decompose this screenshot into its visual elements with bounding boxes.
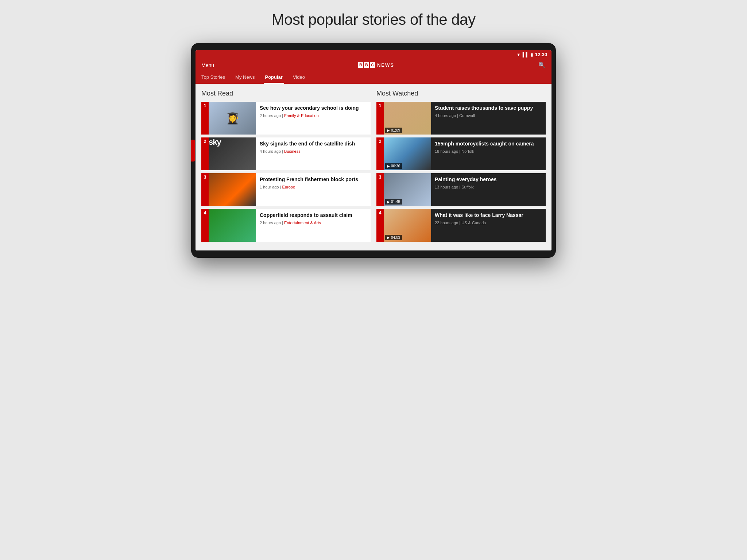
watch-item-number: 2	[376, 137, 384, 170]
watch-item-title: Painting everyday heroes	[435, 176, 542, 183]
watch-item-time: 4 hours ago	[435, 113, 456, 118]
bbc-box-b2: B	[364, 62, 369, 68]
watch-item-time: 13 hours ago	[435, 185, 458, 189]
search-icon[interactable]: 🔍	[538, 62, 546, 69]
read-item-thumbnail	[209, 209, 256, 242]
video-duration: 01:45	[391, 200, 400, 204]
watch-item-body: Painting everyday heroes 13 hours ago | …	[431, 173, 546, 206]
watch-item[interactable]: 3 ▶ 01:45 Painting everyday heroes 13 ho…	[376, 173, 546, 206]
read-item-title: Protesting French fishermen block ports	[260, 176, 367, 183]
bbc-box-b1: B	[358, 62, 363, 68]
red-accent-bar	[191, 140, 195, 162]
menu-button[interactable]: Menu	[201, 62, 214, 68]
status-bar: ▼ ▌▌ ▮ 12:30	[196, 50, 551, 59]
play-overlay: ▶ 00:36	[385, 163, 402, 169]
read-item-body: See how your secondary school is doing 2…	[256, 102, 371, 135]
watch-item-thumbnail: ▶ 01:09	[384, 102, 431, 135]
app-header: Menu B B C NEWS 🔍	[196, 59, 551, 71]
read-item-number: 1	[201, 102, 209, 135]
read-item-body: Protesting French fishermen block ports …	[256, 173, 371, 206]
read-item[interactable]: 1 See how your secondary school is doing…	[201, 102, 371, 135]
video-duration: 00:36	[391, 164, 400, 168]
watch-item-location: Cornwall	[459, 113, 475, 118]
video-duration: 04:03	[391, 236, 400, 240]
read-item-body: Copperfield responds to assault claim 2 …	[256, 209, 371, 242]
watch-item-time: 22 hours ago	[435, 221, 458, 225]
watch-item-body: What it was like to face Larry Nassar 22…	[431, 209, 546, 242]
battery-icon: ▮	[531, 52, 533, 57]
watch-item-title: Student raises thousands to save puppy	[435, 105, 542, 111]
watch-item-number: 4	[376, 209, 384, 242]
play-overlay: ▶ 01:09	[385, 128, 402, 133]
read-item-number: 4	[201, 209, 209, 242]
bbc-logo: B B C NEWS	[358, 62, 394, 68]
play-icon: ▶	[387, 164, 390, 168]
nav-tabs: Top Stories My News Popular Video	[196, 71, 551, 84]
play-overlay: ▶ 04:03	[385, 235, 402, 240]
read-item-time: 2 hours ago	[260, 221, 281, 225]
read-item-thumbnail	[209, 102, 256, 135]
tab-my-news[interactable]: My News	[234, 71, 256, 84]
most-watched-title: Most Watched	[376, 90, 546, 97]
read-item-category: Europe	[282, 185, 295, 189]
read-item-category: Family & Education	[284, 113, 319, 118]
read-item[interactable]: 3 Protesting French fishermen block port…	[201, 173, 371, 206]
read-item-thumbnail: sky	[209, 137, 256, 170]
watch-item[interactable]: 2 ▶ 00:36 155mph motorcyclists caught on…	[376, 137, 546, 170]
watch-item-meta: 4 hours ago | Cornwall	[435, 113, 542, 118]
watch-item-meta: 13 hours ago | Suffolk	[435, 185, 542, 189]
read-item-meta: 2 hours ago | Family & Education	[260, 113, 367, 118]
read-item-time: 1 hour ago	[260, 185, 279, 189]
tab-video[interactable]: Video	[291, 71, 306, 84]
watch-item-body: 155mph motorcyclists caught on camera 18…	[431, 137, 546, 170]
read-item-meta: 1 hour ago | Europe	[260, 185, 367, 189]
watch-item-thumbnail: ▶ 04:03	[384, 209, 431, 242]
bbc-news-label: NEWS	[377, 62, 394, 68]
read-item-title: See how your secondary school is doing	[260, 105, 367, 111]
read-item-time: 2 hours ago	[260, 113, 281, 118]
watch-item-meta: 18 hours ago | Norfolk	[435, 149, 542, 153]
signal-icon: ▌▌	[523, 52, 529, 57]
status-time: 12:30	[535, 52, 547, 57]
content-area: Most Read 1 See how your secondary schoo…	[196, 84, 551, 250]
tab-popular[interactable]: Popular	[264, 71, 284, 84]
watch-item-meta: 22 hours ago | US & Canada	[435, 221, 542, 225]
watch-item-title: 155mph motorcyclists caught on camera	[435, 140, 542, 147]
wifi-icon: ▼	[516, 52, 521, 57]
read-item[interactable]: 2 sky Sky signals the end of the satelli…	[201, 137, 371, 170]
read-item-thumbnail	[209, 173, 256, 206]
page-headline: Most popular stories of the day	[272, 11, 476, 28]
most-read-title: Most Read	[201, 90, 371, 97]
tab-top-stories[interactable]: Top Stories	[200, 71, 227, 84]
watch-item-time: 18 hours ago	[435, 149, 458, 153]
read-item-category: Business	[284, 149, 301, 153]
watch-item-number: 1	[376, 102, 384, 135]
watch-item-thumbnail: ▶ 01:45	[384, 173, 431, 206]
watch-item-title: What it was like to face Larry Nassar	[435, 212, 542, 218]
watch-item[interactable]: 1 ▶ 01:09 Student raises thousands to sa…	[376, 102, 546, 135]
read-item-category: Entertainment & Arts	[284, 221, 321, 225]
most-read-column: Most Read 1 See how your secondary schoo…	[201, 90, 371, 245]
bbc-boxes: B B C	[358, 62, 375, 68]
read-item-title: Sky signals the end of the satellite dis…	[260, 140, 367, 147]
read-item-meta: 4 hours ago | Business	[260, 149, 367, 153]
watch-item-location: US & Canada	[461, 221, 486, 225]
play-icon: ▶	[387, 128, 390, 132]
watch-item-body: Student raises thousands to save puppy 4…	[431, 102, 546, 135]
tablet-screen: ▼ ▌▌ ▮ 12:30 Menu B B C NEWS 🔍 Top Stori…	[196, 50, 551, 250]
read-item-time: 4 hours ago	[260, 149, 281, 153]
watch-item[interactable]: 4 ▶ 04:03 What it was like to face Larry…	[376, 209, 546, 242]
read-item-number: 2	[201, 137, 209, 170]
read-item-body: Sky signals the end of the satellite dis…	[256, 137, 371, 170]
read-item-title: Copperfield responds to assault claim	[260, 212, 367, 218]
read-item[interactable]: 4 Copperfield responds to assault claim …	[201, 209, 371, 242]
read-item-number: 3	[201, 173, 209, 206]
watch-item-location: Norfolk	[461, 149, 474, 153]
play-overlay: ▶ 01:45	[385, 199, 402, 205]
most-watched-column: Most Watched 1 ▶ 01:09 Student raises th…	[376, 90, 546, 245]
read-item-meta: 2 hours ago | Entertainment & Arts	[260, 221, 367, 225]
play-icon: ▶	[387, 200, 390, 204]
watch-item-number: 3	[376, 173, 384, 206]
bbc-box-c: C	[370, 62, 375, 68]
tablet-frame: ▼ ▌▌ ▮ 12:30 Menu B B C NEWS 🔍 Top Stori…	[191, 43, 556, 258]
